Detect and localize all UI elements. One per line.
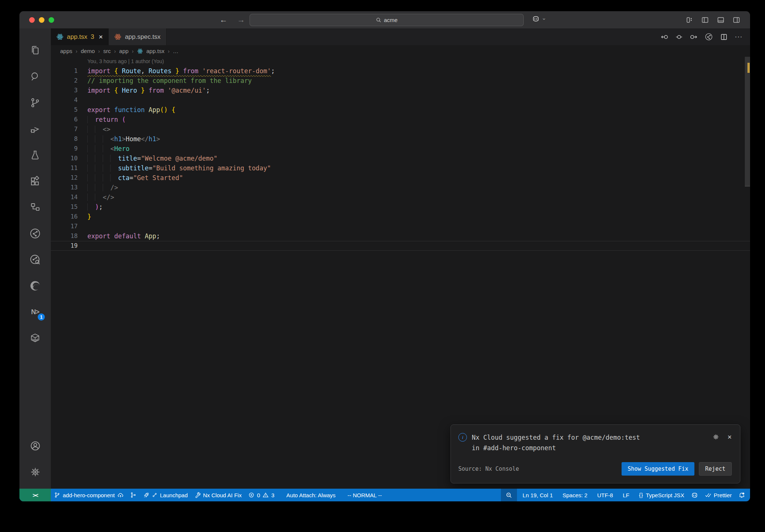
editor-scrollbar[interactable] <box>745 57 750 489</box>
zoom-status-item[interactable] <box>501 489 517 501</box>
auto-attach-item[interactable]: Auto Attach: Always <box>283 489 339 501</box>
notification-settings-icon[interactable] <box>712 433 719 440</box>
nx-console-icon: N> <box>31 308 39 316</box>
code-line[interactable]: 3import { Hero } from '@acme/ui'; <box>51 86 750 95</box>
code-line[interactable]: 1import { Route, Routes } from 'react-ro… <box>51 66 750 76</box>
sidebar-item-source-control[interactable] <box>19 90 51 116</box>
code-line[interactable]: 16} <box>51 212 750 222</box>
sidebar-item-search[interactable] <box>19 64 51 90</box>
sidebar-item-commit-graph[interactable] <box>19 220 51 247</box>
toggle-secondary-sidebar-icon[interactable] <box>733 16 740 24</box>
code-line[interactable]: 6 return ( <box>51 115 750 124</box>
minimize-window-button[interactable] <box>39 17 44 23</box>
nx-cloud-fix-item[interactable]: Nx Cloud AI Fix <box>191 489 245 501</box>
history-back-icon[interactable]: ← <box>220 15 227 24</box>
code-line[interactable]: 9 <Hero <box>51 144 750 154</box>
remote-indicator[interactable]: >< <box>19 489 51 501</box>
language-mode-label: TypeScript JSX <box>646 492 684 498</box>
command-center-search[interactable]: acme <box>250 14 524 26</box>
formatter-item[interactable]: Prettier <box>701 489 735 501</box>
line-content: cta="Get Started" <box>87 173 183 183</box>
breadcrumb-item[interactable]: app.tsx <box>146 48 164 54</box>
history-forward-icon[interactable]: → <box>237 15 245 24</box>
code-line[interactable]: 12 cta="Get Started" <box>51 173 750 183</box>
problems-item[interactable]: 0 3 <box>245 489 278 501</box>
code-line[interactable]: 15 ); <box>51 202 750 212</box>
eol-label: LF <box>623 492 629 498</box>
code-line[interactable]: 19 <box>51 241 750 251</box>
vim-mode-item[interactable]: -- NORMAL -- <box>344 489 385 501</box>
run-target-icon[interactable] <box>704 33 713 41</box>
git-blame-annotation[interactable]: You, 3 hours ago | 1 author (You) <box>87 57 750 66</box>
customize-layout-icon[interactable] <box>685 16 693 24</box>
code-line[interactable]: 18export default App; <box>51 231 750 241</box>
code-line[interactable]: 17 <box>51 222 750 231</box>
commit-graph-item[interactable] <box>127 489 140 501</box>
run-debug-icon <box>30 123 41 134</box>
launchpad-item[interactable]: Launchpad <box>140 489 191 501</box>
sidebar-item-gitlens-inspect[interactable] <box>19 247 51 273</box>
code-editor[interactable]: You, 3 hours ago | 1 author (You) 1impor… <box>51 57 750 489</box>
sidebar-item-nx-console[interactable]: N> 1 <box>19 299 51 325</box>
cube-package-icon <box>30 332 41 344</box>
line-content: } <box>87 212 91 222</box>
more-actions-icon[interactable]: ··· <box>735 33 743 41</box>
cursor-position-item[interactable]: Ln 19, Col 1 <box>519 489 556 501</box>
toggle-primary-sidebar-icon[interactable] <box>701 16 709 24</box>
sidebar-item-extensions[interactable] <box>19 168 51 194</box>
show-suggested-fix-button[interactable]: Show Suggested Fix <box>622 462 694 476</box>
split-editor-icon[interactable] <box>720 33 728 41</box>
code-line[interactable]: 4 <box>51 95 750 105</box>
sidebar-item-run-debug[interactable] <box>19 116 51 142</box>
code-line[interactable]: 8 <h1>Home</h1> <box>51 134 750 144</box>
code-line[interactable]: 7 <> <box>51 124 750 134</box>
code-line[interactable]: 2// importing the component from the lib… <box>51 76 750 86</box>
encoding-item[interactable]: UTF-8 <box>594 489 617 501</box>
sidebar-item-references[interactable] <box>19 194 51 220</box>
title-bar: ← → acme ⌄ <box>19 11 750 28</box>
code-line[interactable]: 5export function App() { <box>51 105 750 115</box>
next-change-icon[interactable] <box>690 33 697 41</box>
code-line[interactable]: 13 /> <box>51 183 750 192</box>
git-branch-item[interactable]: add-hero-component <box>51 489 127 501</box>
language-mode-item[interactable]: {} TypeScript JSX <box>636 489 688 501</box>
breadcrumb-item[interactable]: apps <box>60 48 72 54</box>
line-number: 18 <box>51 231 78 241</box>
scrollbar-thumb[interactable] <box>745 57 750 186</box>
sidebar-item-testing[interactable] <box>19 142 51 168</box>
breadcrumb-item[interactable]: app <box>119 48 128 54</box>
previous-change-icon[interactable] <box>661 33 668 41</box>
sidebar-item-containers[interactable] <box>19 325 51 351</box>
breadcrumb-item[interactable]: src <box>103 48 111 54</box>
copilot-status-item[interactable] <box>688 489 701 501</box>
line-number: 19 <box>51 241 78 251</box>
copilot-menu-button[interactable]: ⌄ <box>532 15 546 23</box>
breadcrumb-item[interactable]: … <box>173 48 179 54</box>
breadcrumb-item[interactable]: demo <box>81 48 95 54</box>
eol-item[interactable]: LF <box>619 489 633 501</box>
notification-close-icon[interactable]: × <box>728 433 732 440</box>
close-tab-icon[interactable]: × <box>99 33 103 40</box>
commit-icon[interactable] <box>675 33 683 41</box>
line-number: 12 <box>51 173 78 183</box>
launchpad-label: Launchpad <box>160 492 188 498</box>
line-number: 1 <box>51 66 78 76</box>
code-line[interactable]: 10 title="Welcmoe @acme/demo" <box>51 154 750 163</box>
reject-button[interactable]: Reject <box>699 462 732 476</box>
notifications-bell-item[interactable] <box>735 489 750 501</box>
encoding-label: UTF-8 <box>597 492 613 498</box>
close-window-button[interactable] <box>29 17 35 23</box>
account-button[interactable] <box>19 433 51 459</box>
indentation-item[interactable]: Spaces: 2 <box>559 489 591 501</box>
tab-app-spec-tsx[interactable]: app.spec.tsx <box>109 28 166 45</box>
settings-button[interactable] <box>19 459 51 485</box>
code-line[interactable]: 14 </> <box>51 192 750 202</box>
notification-message: Nx Cloud suggested a fix for @acme/demo:… <box>472 432 648 453</box>
sidebar-item-explorer[interactable] <box>19 37 51 64</box>
sidebar-item-edge-devtools[interactable] <box>19 273 51 299</box>
toggle-panel-icon[interactable] <box>717 16 725 24</box>
tab-bar: app.tsx 3 × app.spec.tsx ··· <box>51 28 750 45</box>
maximize-window-button[interactable] <box>49 17 54 23</box>
code-line[interactable]: 11 subtitle="Build something amazing tod… <box>51 163 750 173</box>
tab-app-tsx[interactable]: app.tsx 3 × <box>51 28 109 45</box>
